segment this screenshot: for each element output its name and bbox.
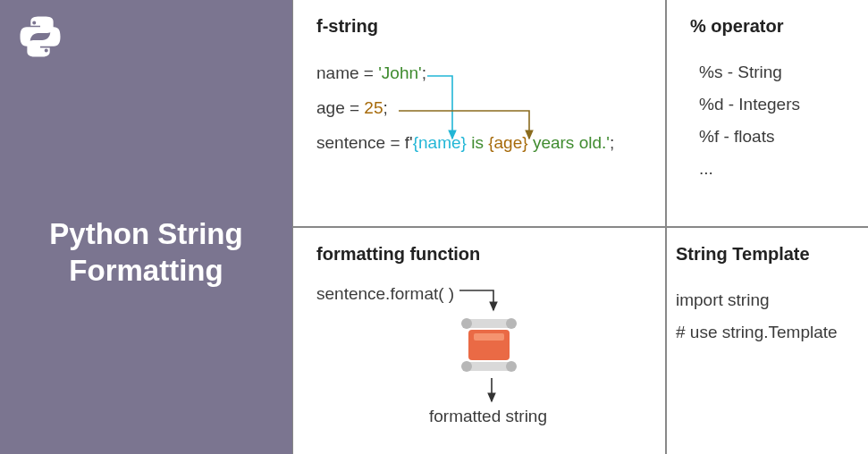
code-line: # use string.Template [676, 316, 864, 349]
code-token: ; [610, 133, 614, 152]
code-token: age = [316, 98, 364, 117]
section-fstring: f-string name = 'John'; age = 25; senten… [292, 0, 666, 227]
list-item: %s - String [699, 56, 850, 88]
section-title: % operator [690, 16, 850, 37]
svg-rect-4 [474, 333, 504, 340]
svg-rect-0 [465, 319, 513, 328]
code-line: import string [676, 284, 864, 316]
operator-list: %s - String %d - Integers %f - floats ..… [690, 56, 850, 185]
code-token: {age} [488, 133, 527, 152]
code-token: 'John' [378, 63, 421, 82]
page-title: Python StringFormatting [49, 215, 242, 290]
list-item: %d - Integers [699, 88, 850, 121]
grid: f-string name = 'John'; age = 25; senten… [292, 0, 868, 454]
section-title: formatting function [316, 244, 647, 265]
svg-point-6 [461, 361, 472, 372]
svg-point-2 [506, 318, 517, 329]
section-template: String Template import string # use stri… [666, 227, 868, 454]
fstring-code: name = 'John'; age = 25; sentence = f'{n… [316, 56, 647, 161]
code-token: name = [316, 63, 378, 82]
format-call: sentence.format( ) [316, 284, 647, 304]
code-token: ; [383, 98, 388, 117]
svg-point-7 [506, 361, 517, 372]
machine-icon [451, 314, 527, 376]
code-line: age = 25; [316, 91, 647, 126]
code-token: years old.' [528, 133, 610, 152]
list-item: ... [699, 153, 850, 185]
code-line: name = 'John'; [316, 56, 647, 91]
section-formatfn: formatting function sentence.format( ) f… [292, 227, 666, 454]
format-output: formatted string [429, 407, 547, 426]
section-title: String Template [676, 244, 864, 265]
code-token: sentence = f' [316, 133, 413, 152]
left-panel: Python StringFormatting [0, 0, 292, 454]
code-token: is [467, 133, 488, 152]
svg-point-1 [461, 318, 472, 329]
section-operator: % operator %s - String %d - Integers %f … [666, 0, 868, 227]
template-lines: import string # use string.Template [676, 284, 864, 349]
code-token: {name} [413, 133, 467, 152]
diagram-canvas: Python StringFormatting f-string name = … [0, 0, 868, 454]
code-token: 25 [364, 98, 383, 117]
section-title: f-string [316, 16, 647, 37]
code-token: ; [422, 63, 426, 82]
list-item: %f - floats [699, 121, 850, 153]
title-wrap: Python StringFormatting [0, 50, 292, 454]
code-line: sentence = f'{name} is {age} years old.'… [316, 126, 647, 161]
svg-rect-5 [465, 362, 513, 371]
